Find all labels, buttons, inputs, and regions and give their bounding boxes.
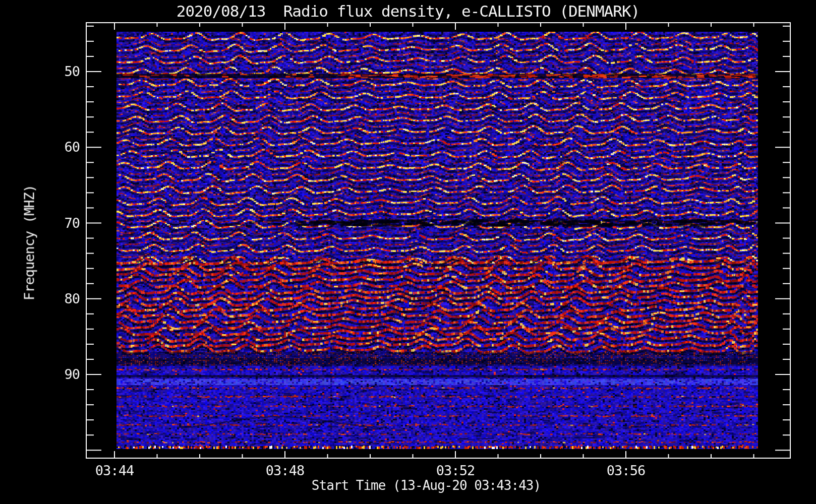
axes-frame-and-ticks — [0, 0, 816, 504]
radio-spectrogram-figure: 2020/08/13 Radio flux density, e-CALLIST… — [0, 0, 816, 504]
y-tick-label: 60 — [48, 139, 80, 155]
y-tick-label: 70 — [48, 215, 80, 231]
y-tick-label: 80 — [48, 291, 80, 306]
y-tick-label: 50 — [48, 64, 80, 79]
plot-title: 2020/08/13 Radio flux density, e-CALLIST… — [0, 2, 816, 20]
x-axis-title: Start Time (13-Aug-20 03:43:43) — [0, 478, 816, 493]
x-tick-label: 03:56 — [591, 463, 661, 478]
x-tick-label: 03:48 — [250, 463, 320, 478]
y-tick-label: 90 — [48, 366, 80, 382]
y-axis-title: Frequency (MHZ) — [22, 177, 37, 308]
x-tick-label: 03:52 — [420, 463, 491, 478]
x-tick-label: 03:44 — [79, 463, 150, 478]
